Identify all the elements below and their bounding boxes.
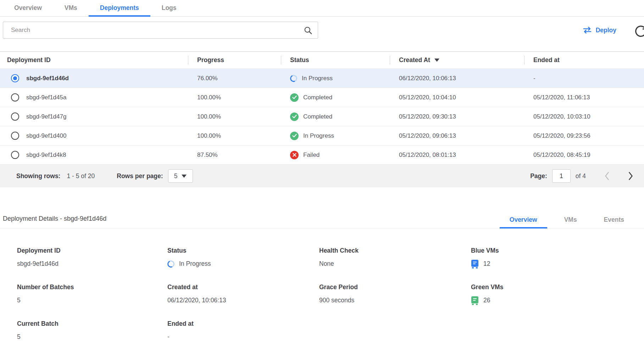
field-deployment-id: Deployment ID sbgd-9ef1d46d bbox=[17, 247, 167, 269]
ended-at-cell: 05/12/2020, 09:23:56 bbox=[524, 132, 644, 139]
swap-arrows-icon bbox=[583, 26, 592, 34]
progress-cell: 100.00% bbox=[188, 94, 281, 101]
created-at-cell: 06/12/2020, 10:06:13 bbox=[390, 75, 524, 82]
tab-overview[interactable]: Overview bbox=[3, 4, 53, 16]
progress-cell: 76.00% bbox=[188, 75, 281, 82]
page-number-input[interactable] bbox=[552, 169, 571, 183]
progress-cell: 87.50% bbox=[188, 152, 281, 159]
field-value: In Progress bbox=[167, 259, 319, 269]
details-tab-vms[interactable]: VMs bbox=[551, 216, 590, 228]
deployment-id-cell: sbgd-9ef1d45a bbox=[26, 94, 66, 101]
details-grid: Deployment ID sbgd-9ef1d46d Status In Pr… bbox=[0, 229, 644, 352]
row-radio[interactable] bbox=[11, 112, 19, 121]
tab-deployments[interactable]: Deployments bbox=[89, 4, 150, 16]
field-label: Number of Batches bbox=[17, 284, 167, 291]
field-label: Deployment ID bbox=[17, 247, 167, 254]
progress-cell: 100.00% bbox=[188, 132, 281, 139]
rows-per-page-value: 5 bbox=[174, 172, 178, 180]
deployment-id-cell: sbgd-9ef1d400 bbox=[26, 132, 66, 139]
details-tab-overview[interactable]: Overview bbox=[496, 216, 551, 228]
field-value: sbgd-9ef1d46d bbox=[17, 259, 167, 269]
column-header-ended-at: Ended at bbox=[524, 52, 644, 68]
deployment-id-cell: sbgd-9ef1d4k8 bbox=[26, 152, 66, 159]
field-grace-period: Grace Period 900 seconds bbox=[319, 284, 471, 305]
field-value: 06/12/2020, 10:06:13 bbox=[167, 296, 319, 305]
status-cell: Failed bbox=[281, 151, 390, 159]
field-value: None bbox=[319, 259, 471, 269]
created-at-cell: 05/12/2020, 09:30:13 bbox=[390, 113, 524, 120]
search-input[interactable] bbox=[10, 26, 303, 34]
row-radio[interactable] bbox=[11, 151, 19, 159]
tab-vms[interactable]: VMs bbox=[53, 4, 89, 16]
row-radio-selected[interactable] bbox=[11, 74, 19, 82]
table-row[interactable]: sbgd-9ef1d45a 100.00% Completed 05/12/20… bbox=[0, 88, 644, 107]
status-label: Completed bbox=[303, 94, 332, 101]
status-label: Failed bbox=[303, 152, 320, 159]
chevron-left-icon bbox=[604, 171, 610, 181]
field-value: 5 bbox=[17, 332, 167, 342]
status-cell: Completed bbox=[281, 93, 390, 102]
created-at-cell: 05/12/2020, 08:01:13 bbox=[390, 152, 524, 159]
table-pagination-bar: Showing rows: 1 - 5 of 20 Rows per page:… bbox=[0, 165, 644, 187]
status-label: In Progress bbox=[303, 132, 334, 139]
showing-rows-label: Showing rows: bbox=[16, 172, 60, 180]
details-tab-events[interactable]: Events bbox=[590, 216, 638, 228]
field-value: 5 bbox=[17, 296, 167, 305]
column-header-progress: Progress bbox=[188, 52, 281, 68]
completed-check-icon bbox=[290, 93, 299, 102]
deploy-button[interactable]: Deploy bbox=[583, 26, 616, 34]
row-radio[interactable] bbox=[11, 132, 19, 140]
rows-per-page-select[interactable]: 5 bbox=[168, 169, 193, 183]
field-value: 900 seconds bbox=[319, 296, 471, 305]
field-green-vms: Green VMs 26 bbox=[471, 284, 644, 305]
deployments-table: Deployment ID Progress Status Created At… bbox=[0, 51, 644, 187]
completed-check-icon bbox=[290, 132, 299, 140]
search-icon bbox=[303, 26, 313, 35]
details-tab-bar: Overview VMs Events bbox=[496, 216, 638, 228]
rows-per-page-label: Rows per page: bbox=[117, 172, 163, 180]
row-radio[interactable] bbox=[11, 93, 19, 101]
in-progress-spinner-icon bbox=[289, 74, 298, 83]
table-row[interactable]: sbgd-9ef1d4k8 87.50% Failed 05/12/2020, … bbox=[0, 145, 644, 165]
field-value: - bbox=[167, 332, 319, 342]
field-created-at: Created at 06/12/2020, 10:06:13 bbox=[167, 284, 319, 305]
ended-at-cell: 05/12/2020, 11:06:13 bbox=[524, 94, 644, 101]
column-header-created-at[interactable]: Created At bbox=[390, 52, 524, 68]
details-header: Deployment Details - sbgd-9ef1d46d Overv… bbox=[0, 208, 644, 229]
table-row[interactable]: sbgd-9ef1d46d 76.00% In Progress 06/12/2… bbox=[0, 69, 644, 88]
table-row[interactable]: sbgd-9ef1d47g 100.00% Completed 05/12/20… bbox=[0, 107, 644, 126]
created-at-cell: 05/12/2020, 10:04:10 bbox=[390, 94, 524, 101]
tab-logs[interactable]: Logs bbox=[150, 4, 188, 16]
sort-desc-icon bbox=[434, 59, 439, 62]
field-label: Created at bbox=[167, 284, 319, 291]
toolbar: Deploy bbox=[0, 17, 644, 44]
field-current-batch: Current Batch 5 bbox=[17, 320, 167, 342]
details-title: Deployment Details - sbgd-9ef1d46d bbox=[3, 215, 106, 228]
status-label: In Progress bbox=[302, 75, 333, 82]
showing-rows-value: 1 - 5 of 20 bbox=[67, 172, 95, 180]
field-ended-at: Ended at - bbox=[167, 320, 319, 342]
chevron-down-icon bbox=[182, 175, 187, 178]
created-at-cell: 05/12/2020, 09:06:13 bbox=[390, 132, 524, 139]
chevron-right-icon bbox=[628, 171, 633, 181]
refresh-button[interactable] bbox=[634, 24, 644, 38]
field-label: Green VMs bbox=[471, 284, 644, 291]
table-row[interactable]: sbgd-9ef1d400 100.00% In Progress 05/12/… bbox=[0, 126, 644, 145]
field-label: Blue VMs bbox=[471, 247, 644, 254]
page-label: Page: bbox=[530, 172, 547, 180]
deployment-id-cell: sbgd-9ef1d46d bbox=[26, 75, 69, 82]
table-header-row: Deployment ID Progress Status Created At… bbox=[0, 51, 644, 69]
ended-at-cell: 05/12/2020, 10:03:10 bbox=[524, 113, 644, 120]
progress-cell: 100.00% bbox=[188, 113, 281, 120]
field-value: 26 bbox=[471, 296, 644, 305]
field-label: Health Check bbox=[319, 247, 471, 254]
column-header-deployment-id: Deployment ID bbox=[0, 52, 188, 68]
next-page-button[interactable] bbox=[628, 171, 633, 181]
ended-at-cell: 05/12/2020, 08:45:19 bbox=[524, 152, 644, 159]
status-cell: Completed bbox=[281, 112, 390, 121]
column-header-status: Status bbox=[281, 52, 390, 68]
refresh-icon bbox=[634, 24, 644, 38]
field-status: Status In Progress bbox=[167, 247, 319, 269]
previous-page-button[interactable] bbox=[604, 171, 610, 181]
field-number-of-batches: Number of Batches 5 bbox=[17, 284, 167, 305]
